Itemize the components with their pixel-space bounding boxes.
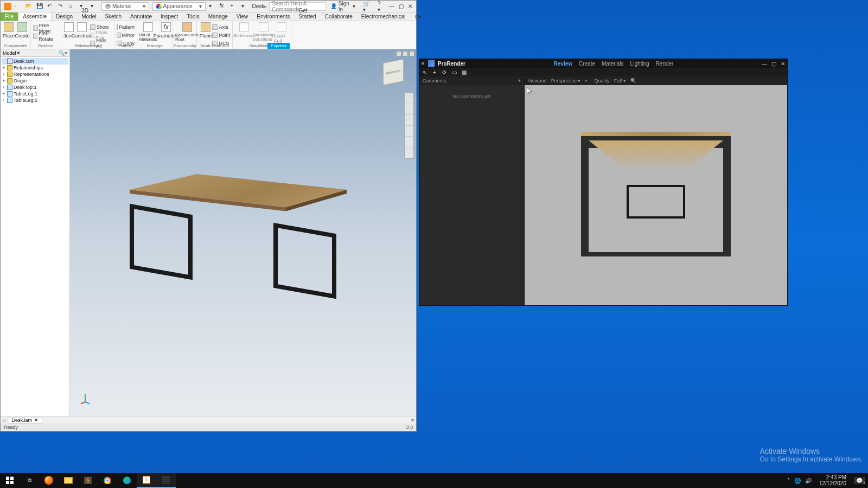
minimize-button[interactable]: —	[388, 3, 395, 10]
tree-origin[interactable]: +Origin	[2, 78, 68, 84]
show-sick-button[interactable]: Show Sick	[90, 31, 112, 39]
open-icon[interactable]: 📂	[25, 3, 33, 10]
tab-environments[interactable]: Environments	[252, 12, 294, 21]
tab-get-started[interactable]: Get Started	[294, 7, 320, 21]
shrinkwrap-sub-button[interactable]: Shrinkwrap Substitute	[253, 22, 274, 44]
taskbar-explorer[interactable]	[59, 473, 78, 488]
tree-root[interactable]: Desk.iam	[2, 58, 68, 65]
mirror-button[interactable]: Mirror	[117, 31, 135, 39]
parameters-button[interactable]: fxParameters	[157, 22, 175, 42]
tab-inspect[interactable]: Inspect	[156, 12, 182, 21]
menu-render[interactable]: Render	[656, 61, 674, 67]
doc-tab-close-icon[interactable]: ✕	[34, 418, 39, 423]
doc-tab-desk[interactable]: Desk.iam✕	[8, 417, 42, 423]
doc-home-icon[interactable]: ⌂	[3, 418, 5, 423]
undo-icon[interactable]: ↶	[47, 3, 55, 10]
appearance-dropdown[interactable]: Appearance ▾	[152, 2, 206, 11]
fx-icon[interactable]: fx	[220, 3, 227, 10]
tab-collaborate[interactable]: Collaborate	[321, 12, 357, 21]
menu-review[interactable]: Review	[554, 61, 572, 67]
taskbar-clock[interactable]: 2:43 PM 12/12/2020	[816, 474, 850, 486]
taskbar-sublime[interactable]: S	[78, 473, 98, 488]
tray-network-icon[interactable]: 🌐	[794, 478, 801, 484]
nav-orbit-icon[interactable]	[405, 126, 413, 137]
nav-pan-icon[interactable]	[405, 104, 413, 115]
pr-search-icon[interactable]: 🔍	[630, 78, 636, 84]
taskbar-edge[interactable]	[117, 473, 137, 488]
taskbar-firefox[interactable]	[39, 473, 59, 488]
taskbar-chrome[interactable]	[98, 473, 117, 488]
tray-volume-icon[interactable]: 🔊	[805, 478, 812, 484]
pattern-button[interactable]: Pattern	[117, 23, 135, 31]
pr-tool-icon[interactable]: ▪	[585, 78, 586, 84]
viewcube[interactable]: RIGHT BACK	[383, 59, 404, 86]
tree-relationships[interactable]: +Relationships	[2, 65, 68, 71]
measure-icon[interactable]: ▾	[209, 3, 216, 10]
nav-lookat-icon[interactable]	[405, 137, 413, 147]
redo-icon[interactable]: ↷	[58, 3, 66, 10]
tab-sketch[interactable]: Sketch	[100, 12, 126, 21]
material-dropdown[interactable]: Material ▾	[101, 2, 149, 11]
tree-desktop[interactable]: +DeskTop:1	[2, 84, 68, 91]
new-icon[interactable]: ▫	[15, 3, 22, 10]
prorender-viewport[interactable]	[525, 85, 787, 305]
tab-design[interactable]: Design	[52, 12, 77, 21]
home-icon[interactable]: ⌂	[69, 3, 76, 10]
menu-materials[interactable]: Materials	[602, 61, 624, 67]
pr-rect-icon[interactable]: ▭	[451, 69, 457, 75]
close-button[interactable]: ✕	[406, 3, 414, 10]
pr-refresh-icon[interactable]: ⟳	[441, 69, 448, 75]
nav-zoom-icon[interactable]	[405, 115, 413, 126]
pr-add-icon[interactable]: +	[431, 69, 438, 75]
doc-tabs-menu-icon[interactable]: ≡	[411, 418, 414, 423]
pr-close-button[interactable]: ✕	[781, 61, 785, 67]
tab-extra-icon[interactable]: ⊙▾	[410, 12, 426, 21]
tree-representations[interactable]: +Representations	[2, 71, 68, 78]
pr-maximize-button[interactable]: ▢	[771, 61, 776, 67]
taskbar-prorender[interactable]	[156, 473, 176, 488]
tab-manage[interactable]: Manage	[204, 12, 232, 21]
browser-search-icon[interactable]: 🔍	[59, 50, 65, 56]
help-icon[interactable]: ?▾	[374, 1, 386, 12]
browser-tab-close-icon[interactable]: ✕	[16, 50, 21, 56]
tab-electromechanical[interactable]: Electromechanical	[357, 12, 410, 21]
menu-create[interactable]: Create	[579, 61, 595, 67]
browser-menu-icon[interactable]: ≡	[65, 50, 67, 56]
tab-tools[interactable]: Tools	[182, 12, 203, 21]
qat-overflow-icon[interactable]: ▾	[241, 3, 249, 10]
maximize-button[interactable]: ▢	[397, 3, 405, 10]
perspective-dropdown[interactable]: Perspective ▾	[551, 78, 581, 84]
create-button[interactable]: Create	[15, 22, 30, 38]
bom-button[interactable]: Bill of Materials	[139, 22, 157, 42]
ground-button[interactable]: Ground and Root	[175, 22, 199, 42]
pr-cursor-tool-icon[interactable]: ↖	[422, 69, 428, 75]
browser-tab-label[interactable]: Model	[3, 50, 16, 56]
inventor-viewport[interactable]: RIGHT BACK	[70, 49, 416, 416]
cart-icon[interactable]: 🛒▾	[360, 1, 374, 12]
place-button[interactable]: Place	[3, 22, 15, 38]
point-button[interactable]: Point	[212, 31, 230, 39]
nav-fullnav-icon[interactable]	[405, 147, 413, 158]
prorender-sysmenu-icon[interactable]: ≡	[422, 61, 425, 67]
add-comment-icon[interactable]: +	[518, 78, 521, 84]
free-rotate-button[interactable]: Free Rotate	[33, 33, 59, 40]
plus-icon[interactable]: +	[231, 3, 238, 10]
start-button[interactable]	[0, 473, 20, 488]
prorender-titlebar[interactable]: ≡ ProRender Review Create Materials Ligh…	[419, 59, 787, 68]
quality-dropdown[interactable]: Full ▾	[614, 78, 626, 84]
tab-assemble[interactable]: Assemble	[18, 12, 52, 21]
axis-button[interactable]: Axis	[212, 23, 230, 31]
tree-leg2[interactable]: +TableLeg:2	[2, 97, 68, 104]
tab-file[interactable]: File	[1, 12, 18, 21]
tab-3d-model[interactable]: 3D Model	[77, 7, 100, 21]
pr-grid-icon[interactable]: ▦	[461, 69, 467, 75]
tray-overflow-icon[interactable]: ˄	[787, 478, 790, 484]
nav-home-icon[interactable]	[405, 93, 413, 104]
notifications-button[interactable]: 💬1	[854, 477, 865, 484]
menu-lighting[interactable]: Lighting	[630, 61, 649, 67]
pr-minimize-button[interactable]: —	[762, 61, 767, 67]
tree-leg1[interactable]: +TableLeg:1	[2, 91, 68, 97]
taskview-button[interactable]: ⧉	[20, 473, 39, 488]
vp-maximize-icon[interactable]	[403, 51, 408, 56]
taskbar-inventor[interactable]: I	[137, 473, 156, 488]
